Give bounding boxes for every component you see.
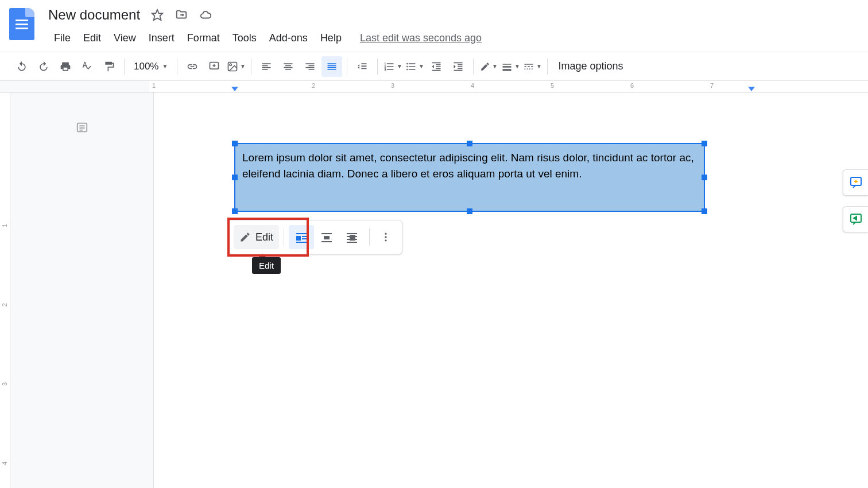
resize-handle-tl[interactable] bbox=[232, 141, 238, 146]
menu-help[interactable]: Help bbox=[315, 30, 347, 47]
svg-rect-23 bbox=[296, 242, 307, 243]
menu-tools[interactable]: Tools bbox=[227, 30, 262, 47]
document-page[interactable]: Lorem ipsum dolor sit amet, consectetur … bbox=[154, 92, 868, 488]
toolbar: 100%▼ ▼ ▼ ▼ ▼ ▼ ▼ Image options bbox=[0, 52, 868, 81]
wrap-inline-icon bbox=[294, 230, 308, 244]
svg-rect-24 bbox=[321, 233, 332, 234]
ruler-mark: 3 bbox=[391, 82, 394, 89]
svg-point-34 bbox=[385, 239, 386, 241]
zoom-select[interactable]: 100%▼ bbox=[129, 61, 172, 72]
svg-rect-13 bbox=[529, 68, 530, 69]
svg-rect-27 bbox=[347, 233, 357, 234]
bulleted-list-button[interactable]: ▼ bbox=[404, 56, 425, 77]
textbox-content: Lorem ipsum dolor sit amet, consectetur … bbox=[242, 150, 697, 181]
move-folder-icon[interactable] bbox=[175, 8, 188, 22]
last-edit-link[interactable]: Last edit was seconds ago bbox=[360, 32, 482, 44]
edit-button[interactable]: Edit bbox=[234, 225, 279, 249]
wrap-break-button[interactable] bbox=[314, 225, 339, 249]
horizontal-ruler[interactable]: 1 2 3 4 5 6 7 bbox=[0, 81, 868, 92]
svg-rect-20 bbox=[296, 236, 301, 241]
border-weight-button[interactable]: ▼ bbox=[500, 56, 521, 77]
menu-insert[interactable]: Insert bbox=[143, 30, 180, 47]
edit-label: Edit bbox=[255, 231, 273, 243]
ruler-mark: 2 bbox=[312, 82, 315, 89]
ruler-mark: 5 bbox=[551, 82, 554, 89]
add-comment-button[interactable] bbox=[204, 56, 224, 77]
insert-image-button[interactable]: ▼ bbox=[226, 56, 246, 77]
decrease-indent-button[interactable] bbox=[426, 56, 447, 77]
ruler-mark: 2 bbox=[1, 303, 8, 307]
more-options-button[interactable] bbox=[374, 225, 397, 249]
paint-format-button[interactable] bbox=[99, 56, 119, 77]
star-icon[interactable] bbox=[150, 8, 164, 22]
outline-icon[interactable] bbox=[76, 121, 88, 134]
resize-handle-bl[interactable] bbox=[232, 208, 238, 214]
menu-file[interactable]: File bbox=[48, 30, 76, 47]
menu-addons[interactable]: Add-ons bbox=[264, 30, 313, 47]
selected-textbox[interactable]: Lorem ipsum dolor sit amet, consectetur … bbox=[234, 143, 705, 212]
svg-rect-31 bbox=[347, 242, 357, 243]
line-spacing-button[interactable] bbox=[352, 56, 373, 77]
vertical-ruler[interactable]: 1 2 3 4 bbox=[0, 92, 10, 488]
resize-handle-tc[interactable] bbox=[467, 141, 472, 146]
wrap-behind-icon bbox=[345, 230, 359, 244]
wrap-inline-button[interactable] bbox=[289, 225, 314, 249]
ruler-mark: 1 bbox=[1, 224, 8, 227]
cloud-status-icon[interactable] bbox=[199, 8, 212, 22]
edit-tooltip: Edit bbox=[252, 257, 281, 274]
right-side-tabs bbox=[843, 169, 868, 233]
wrap-behind-button[interactable] bbox=[339, 225, 365, 249]
insert-link-button[interactable] bbox=[182, 56, 203, 77]
svg-rect-8 bbox=[524, 66, 526, 67]
svg-rect-19 bbox=[296, 233, 307, 234]
svg-rect-11 bbox=[524, 68, 525, 69]
ruler-mark: 6 bbox=[630, 82, 634, 89]
zoom-value: 100% bbox=[134, 61, 158, 72]
svg-point-33 bbox=[385, 236, 386, 238]
undo-button[interactable] bbox=[11, 56, 32, 77]
image-options-button[interactable]: Image options bbox=[558, 60, 623, 72]
menu-edit[interactable]: Edit bbox=[78, 30, 107, 47]
indent-marker-right[interactable] bbox=[748, 87, 755, 91]
resize-handle-mr[interactable] bbox=[702, 175, 707, 180]
add-comment-tab[interactable] bbox=[843, 169, 868, 196]
align-left-button[interactable] bbox=[256, 56, 277, 77]
svg-point-32 bbox=[385, 233, 386, 235]
align-justify-button[interactable] bbox=[321, 56, 342, 77]
outline-panel bbox=[10, 92, 154, 488]
svg-rect-22 bbox=[302, 238, 307, 239]
ruler-mark: 4 bbox=[471, 82, 474, 89]
docs-logo[interactable] bbox=[9, 8, 34, 40]
resize-handle-bc[interactable] bbox=[467, 208, 472, 214]
header: New document File Edit View Insert Forma… bbox=[0, 0, 868, 52]
resize-handle-br[interactable] bbox=[702, 208, 707, 214]
indent-marker-left[interactable] bbox=[231, 87, 238, 91]
ruler-mark: 7 bbox=[710, 82, 714, 89]
svg-point-3 bbox=[230, 64, 231, 65]
svg-rect-21 bbox=[302, 236, 307, 237]
ruler-mark: 4 bbox=[1, 462, 8, 465]
align-right-button[interactable] bbox=[300, 56, 320, 77]
resize-handle-ml[interactable] bbox=[232, 175, 238, 180]
svg-rect-7 bbox=[524, 64, 533, 65]
edit-tool-button[interactable]: ▼ bbox=[478, 56, 499, 77]
svg-rect-10 bbox=[531, 66, 533, 67]
svg-rect-12 bbox=[527, 68, 528, 69]
svg-rect-5 bbox=[502, 66, 511, 68]
border-dash-button[interactable]: ▼ bbox=[522, 56, 542, 77]
svg-rect-30 bbox=[347, 239, 357, 240]
wrap-break-icon bbox=[320, 230, 334, 244]
print-button[interactable] bbox=[55, 56, 76, 77]
suggest-edits-tab[interactable] bbox=[843, 206, 868, 233]
svg-rect-6 bbox=[502, 69, 511, 71]
resize-handle-tr[interactable] bbox=[702, 141, 707, 146]
menu-format[interactable]: Format bbox=[181, 30, 226, 47]
increase-indent-button[interactable] bbox=[448, 56, 468, 77]
document-title[interactable]: New document bbox=[48, 7, 140, 23]
redo-button[interactable] bbox=[33, 56, 54, 77]
ruler-mark: 1 bbox=[152, 82, 156, 89]
numbered-list-button[interactable]: ▼ bbox=[382, 56, 403, 77]
menu-view[interactable]: View bbox=[108, 30, 142, 47]
align-center-button[interactable] bbox=[278, 56, 299, 77]
spellcheck-button[interactable] bbox=[77, 56, 98, 77]
